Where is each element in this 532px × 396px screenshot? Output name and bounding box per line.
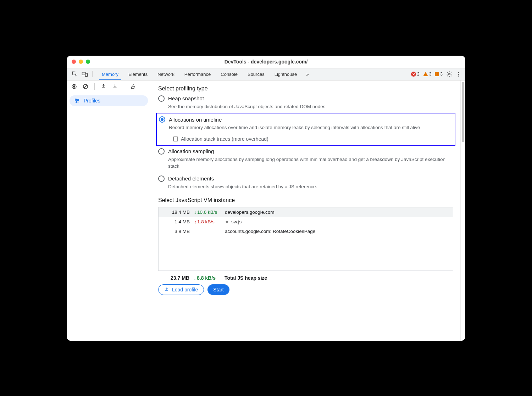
settings-gear-icon[interactable] <box>446 71 453 77</box>
profiling-option-allocation-sampling[interactable]: Allocation sampling Approximate memory a… <box>158 148 453 170</box>
profiling-option-detached-elements[interactable]: Detached elements Detached elements show… <box>158 175 453 190</box>
record-icon[interactable] <box>71 83 77 90</box>
radio-label: Heap snapshot <box>168 95 204 101</box>
vm-instance-row[interactable]: 18.4 MB ↓10.6 kB/s developers.google.com <box>159 207 453 217</box>
issue-icon: ! <box>435 72 439 76</box>
tab-lighthouse[interactable]: Lighthouse <box>270 68 302 80</box>
export-icon[interactable] <box>100 83 107 90</box>
devtools-tabbar: Memory Elements Network Performance Cons… <box>67 68 465 80</box>
arrow-up-icon: ↑ <box>194 219 196 224</box>
tab-console[interactable]: Console <box>216 68 243 80</box>
total-rate: ↓8.8 kB/s <box>194 275 220 281</box>
svg-point-11 <box>226 221 228 223</box>
radio-label: Detached elements <box>168 175 214 182</box>
memory-content-wrap: Select profiling type Heap snapshot See … <box>151 80 465 341</box>
error-icon: ✕ <box>411 72 416 77</box>
window-controls <box>67 60 90 64</box>
radio-description: Detached elements shows objects that are… <box>168 183 453 190</box>
profiles-tree-item[interactable]: Profiles <box>70 95 148 106</box>
radio-description: Record memory allocations over time and … <box>169 124 453 131</box>
memory-left-pane: Profiles <box>67 80 151 341</box>
service-worker-gear-icon <box>225 220 229 224</box>
radio-allocation-sampling[interactable] <box>158 148 165 155</box>
vm-instance-row[interactable]: 1.4 MB ↑1.8 kB/s sw.js <box>159 217 453 227</box>
gc-broom-icon[interactable] <box>130 83 136 90</box>
checkbox-label: Allocation stack traces (more overhead) <box>181 136 268 142</box>
radio-description: See the memory distribution of JavaScrip… <box>168 103 453 110</box>
toolbar-divider <box>94 83 95 90</box>
radio-allocations-timeline[interactable] <box>159 116 165 123</box>
memory-content: Select profiling type Heap snapshot See … <box>151 80 460 341</box>
section-profiling-type-title: Select profiling type <box>158 85 453 92</box>
warnings-badge[interactable]: 3 <box>423 72 432 77</box>
footer-buttons: Load profile Start <box>158 283 453 297</box>
radio-heap-snapshot[interactable] <box>158 95 165 102</box>
panel-body: Profiles Select profiling type Heap snap… <box>67 80 465 341</box>
svg-line-7 <box>84 85 87 88</box>
vm-label: developers.google.com <box>225 210 275 215</box>
vm-label: accounts.google.com: RotateCookiesPage <box>225 229 315 234</box>
content-scrollbar[interactable] <box>460 80 465 341</box>
total-heap-row: 23.7 MB ↓8.8 kB/s Total JS heap size <box>158 273 453 283</box>
tab-sources[interactable]: Sources <box>243 68 270 80</box>
allocation-stack-traces-row[interactable]: Allocation stack traces (more overhead) <box>173 136 453 142</box>
arrow-down-icon: ↓ <box>194 275 196 280</box>
vm-instance-table: 18.4 MB ↓10.6 kB/s developers.google.com… <box>158 207 453 271</box>
memory-toolbar <box>67 80 151 93</box>
import-icon[interactable] <box>112 83 118 90</box>
radio-label: Allocations on timeline <box>169 117 222 123</box>
tab-network[interactable]: Network <box>153 68 179 80</box>
vm-size: 3.8 MB <box>161 229 190 234</box>
more-options-button[interactable] <box>456 72 461 77</box>
start-button[interactable]: Start <box>207 284 229 295</box>
profiling-type-group: Heap snapshot See the memory distributio… <box>158 95 453 190</box>
profiling-option-allocations-timeline[interactable]: Allocations on timeline Record memory al… <box>156 113 455 146</box>
clear-icon[interactable] <box>82 83 89 90</box>
devtools-window: DevTools - developers.google.com/ Memory… <box>67 56 465 341</box>
vm-size: 18.4 MB <box>161 210 190 215</box>
allocation-stack-traces-checkbox[interactable] <box>173 136 178 141</box>
window-title: DevTools - developers.google.com/ <box>67 59 465 65</box>
radio-label: Allocation sampling <box>168 148 214 154</box>
profiles-label: Profiles <box>84 98 100 104</box>
tab-memory[interactable]: Memory <box>97 68 123 80</box>
svg-point-5 <box>73 85 75 88</box>
tabbar-divider <box>92 71 93 77</box>
tab-performance[interactable]: Performance <box>179 68 216 80</box>
warning-icon <box>423 72 428 76</box>
panel-tabs: Memory Elements Network Performance Cons… <box>97 68 302 80</box>
section-vm-instance-title: Select JavaScript VM instance <box>158 197 453 203</box>
vm-rate: ↓10.6 kB/s <box>194 210 221 215</box>
sliders-icon <box>74 97 80 104</box>
window-titlebar: DevTools - developers.google.com/ <box>67 56 465 68</box>
vm-rate: ↑1.8 kB/s <box>194 219 221 224</box>
svg-point-9 <box>78 100 79 101</box>
radio-description: Approximate memory allocations by sampli… <box>168 156 453 170</box>
maximize-window-button[interactable] <box>86 60 90 64</box>
minimize-window-button[interactable] <box>79 60 83 64</box>
more-tabs-button[interactable]: » <box>303 72 311 77</box>
total-label: Total JS heap size <box>225 275 267 281</box>
svg-rect-2 <box>85 73 88 77</box>
issues-badge[interactable]: ! 3 <box>435 72 443 77</box>
total-size: 23.7 MB <box>161 275 189 281</box>
radio-detached-elements[interactable] <box>158 175 165 182</box>
device-toolbar-icon[interactable] <box>82 71 88 77</box>
vm-label: sw.js <box>225 219 242 224</box>
scroll-thumb[interactable] <box>462 82 464 142</box>
tab-elements[interactable]: Elements <box>123 68 153 80</box>
close-window-button[interactable] <box>72 60 76 64</box>
errors-badge[interactable]: ✕ 2 <box>411 72 420 77</box>
load-profile-button[interactable]: Load profile <box>158 284 204 295</box>
arrow-down-icon: ↓ <box>194 210 196 215</box>
upload-icon <box>164 287 169 292</box>
svg-point-3 <box>449 73 450 75</box>
vm-size: 1.4 MB <box>161 219 190 224</box>
svg-point-8 <box>76 99 77 100</box>
inspect-icon[interactable] <box>72 71 78 77</box>
vm-instance-row[interactable]: 3.8 MB accounts.google.com: RotateCookie… <box>159 227 453 236</box>
svg-point-10 <box>76 101 77 102</box>
profiling-option-heap-snapshot[interactable]: Heap snapshot See the memory distributio… <box>158 95 453 110</box>
toolbar-divider-2 <box>124 83 124 90</box>
